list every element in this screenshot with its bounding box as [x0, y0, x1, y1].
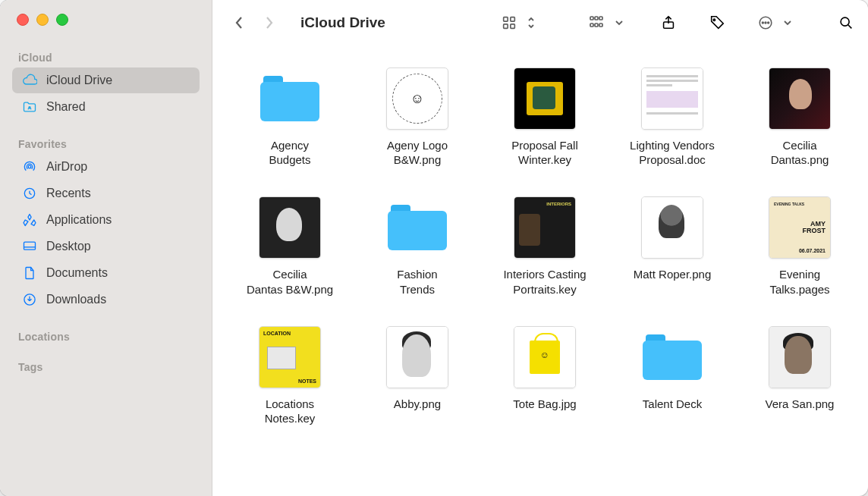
search-button[interactable] — [832, 11, 860, 34]
svg-rect-8 — [511, 24, 515, 29]
file-grid-container: Agency Budgets☺Ageny Logo B&W.pngProposa… — [212, 46, 868, 496]
zoom-window-button[interactable] — [56, 14, 68, 26]
file-item[interactable]: Vera San.png — [736, 325, 863, 425]
minimize-window-button[interactable] — [36, 14, 49, 26]
file-item[interactable]: Matt Roper.png — [609, 196, 736, 296]
svg-rect-5 — [504, 17, 508, 22]
file-item[interactable]: Abby.png — [354, 325, 481, 425]
sidebar-section-icloud: iCloud — [8, 47, 204, 67]
file-item[interactable]: Locations Notes.key — [226, 325, 354, 425]
file-item-thumb — [768, 67, 832, 130]
file-grid: Agency Budgets☺Ageny Logo B&W.pngProposa… — [226, 67, 863, 425]
svg-rect-7 — [504, 24, 508, 29]
folder-icon — [260, 76, 319, 121]
file-item[interactable]: Cecilia Dantas.png — [736, 67, 863, 167]
file-thumbnail — [514, 326, 576, 388]
sidebar-item-label: Recents — [46, 187, 91, 200]
file-thumbnail — [259, 196, 321, 259]
svg-point-1 — [28, 165, 31, 168]
sidebar: iCloud iCloud Drive Shared Favorites Air… — [0, 0, 212, 496]
file-thumbnail — [514, 67, 576, 130]
more-actions-button[interactable] — [751, 11, 792, 34]
file-item-label: Locations Notes.key — [265, 397, 316, 425]
back-button[interactable] — [226, 11, 252, 34]
file-item[interactable]: Lighting Vendors Proposal.doc — [609, 67, 736, 167]
file-item-thumb — [385, 196, 449, 259]
sidebar-item-label: Documents — [46, 266, 108, 280]
file-thumbnail — [769, 326, 831, 388]
view-mode-control[interactable] — [495, 11, 536, 34]
sidebar-section-tags: Tags — [8, 356, 204, 376]
share-button[interactable] — [654, 11, 683, 34]
sidebar-item-label: iCloud Drive — [46, 74, 112, 87]
file-item[interactable]: Proposal Fall Winter.key — [481, 67, 609, 167]
file-item[interactable]: ☺Ageny Logo B&W.png — [354, 67, 481, 167]
file-item-label: Ageny Logo B&W.png — [387, 138, 448, 167]
file-item-thumb — [258, 67, 322, 130]
grid-view-icon — [495, 11, 524, 34]
sidebar-section-locations: Locations — [8, 326, 204, 346]
svg-point-21 — [841, 17, 849, 26]
file-item[interactable]: Cecilia Dantas B&W.png — [226, 196, 354, 296]
sidebar-sections: iCloud iCloud Drive Shared Favorites Air… — [0, 26, 212, 376]
svg-rect-13 — [595, 24, 598, 27]
desktop-icon — [21, 238, 38, 255]
sidebar-item-label: Downloads — [46, 293, 106, 306]
file-item-label: Tote Bag.jpg — [513, 397, 576, 411]
file-item-thumb: EVENING TALKSAMYFROST06.07.2021 — [768, 196, 832, 259]
sidebar-item-desktop[interactable]: Desktop — [12, 234, 200, 259]
file-item[interactable]: Agency Budgets — [226, 67, 354, 167]
file-item-label: Agency Budgets — [269, 138, 310, 167]
file-thumbnail — [514, 196, 576, 259]
file-thumbnail — [641, 196, 703, 259]
file-item-label: Abby.png — [394, 397, 441, 411]
sidebar-item-applications[interactable]: Applications — [12, 207, 200, 233]
file-item[interactable]: Fashion Trends — [354, 196, 481, 296]
sidebar-item-documents[interactable]: Documents — [12, 260, 200, 286]
sidebar-item-airdrop[interactable]: AirDrop — [12, 154, 200, 180]
file-item[interactable]: EVENING TALKSAMYFROST06.07.2021Evening T… — [736, 196, 863, 296]
forward-button[interactable] — [256, 11, 282, 34]
svg-point-19 — [765, 22, 766, 24]
close-window-button[interactable] — [17, 14, 29, 26]
file-item-label: Proposal Fall Winter.key — [511, 138, 578, 167]
file-item-label: Lighting Vendors Proposal.doc — [630, 138, 715, 167]
file-item[interactable]: Talent Deck — [609, 325, 736, 425]
main-area: iCloud Drive — [212, 0, 868, 496]
sidebar-item-downloads[interactable]: Downloads — [12, 287, 200, 312]
applications-icon — [21, 212, 38, 228]
svg-rect-9 — [590, 17, 593, 20]
toolbar: iCloud Drive — [212, 0, 868, 46]
file-item[interactable]: Tote Bag.jpg — [481, 325, 609, 425]
svg-point-18 — [762, 22, 763, 24]
file-item-thumb — [513, 325, 577, 389]
finder-window: iCloud iCloud Drive Shared Favorites Air… — [0, 0, 868, 496]
file-thumbnail — [386, 326, 448, 388]
svg-point-20 — [768, 22, 769, 24]
cloud-icon — [21, 72, 38, 89]
sidebar-item-recents[interactable]: Recents — [12, 181, 200, 206]
sidebar-item-icloud-drive[interactable]: iCloud Drive — [12, 67, 200, 93]
file-item-label: Evening Talks.pages — [769, 267, 829, 296]
file-thumbnail: ☺ — [386, 67, 448, 130]
shared-folder-icon — [21, 99, 38, 115]
file-thumbnail — [641, 67, 703, 130]
sidebar-item-label: Desktop — [46, 240, 91, 253]
file-item[interactable]: Interiors Casting Portraits.key — [481, 196, 609, 296]
file-item-thumb — [640, 325, 704, 389]
svg-rect-14 — [599, 24, 602, 27]
file-item-label: Cecilia Dantas B&W.png — [247, 267, 333, 296]
svg-rect-6 — [511, 17, 515, 22]
sidebar-section-favorites: Favorites — [8, 133, 204, 153]
window-controls — [0, 0, 212, 26]
recents-icon — [21, 185, 38, 202]
file-item-label: Cecilia Dantas.png — [771, 138, 829, 167]
sidebar-item-shared[interactable]: Shared — [12, 94, 200, 120]
file-item-thumb — [513, 196, 577, 259]
tags-button[interactable] — [703, 11, 731, 34]
file-item-label: Fashion Trends — [397, 267, 437, 296]
file-thumbnail — [259, 326, 321, 388]
group-by-control[interactable] — [583, 11, 624, 34]
svg-rect-11 — [599, 17, 602, 20]
folder-icon — [643, 334, 702, 380]
